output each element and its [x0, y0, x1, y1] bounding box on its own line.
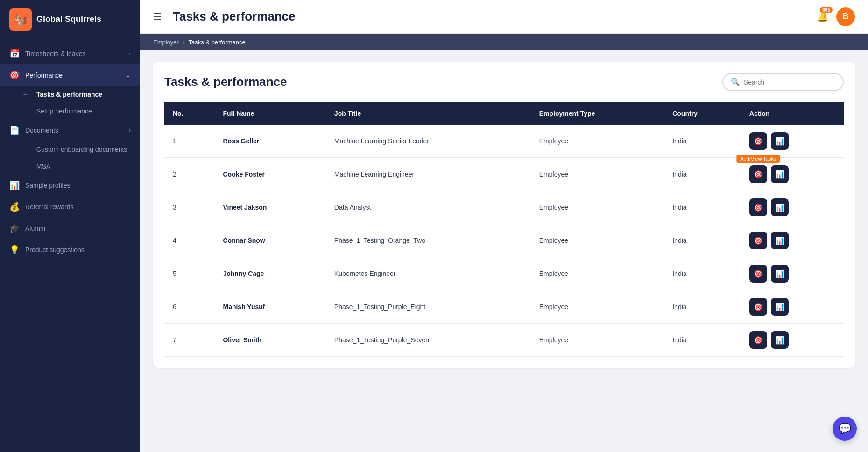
cell-actions: 🎯 Add/View Tasks 📊 [741, 125, 844, 158]
action-buttons-group: 🎯 📊 [749, 265, 835, 282]
sidebar-item-sample-profiles[interactable]: 📊 Sample profiles [0, 175, 140, 196]
performance-table: No. Full Name Job Title Employment Type … [164, 102, 844, 357]
view-performance-button[interactable]: 📊 [771, 232, 789, 249]
sidebar-subitem-label: MSA [36, 162, 50, 170]
table-row: 6 Manish Yusuf Phase_1_Testing_Purple_Ei… [164, 290, 844, 324]
cell-name: Connar Snow [214, 224, 325, 257]
hamburger-button[interactable]: ☰ [153, 11, 162, 22]
table-row: 4 Connar Snow Phase_1_Testing_Orange_Two… [164, 224, 844, 257]
sidebar-subitem-label: Setup performance [36, 107, 92, 115]
chevron-right-icon: › [129, 127, 131, 134]
view-performance-button[interactable]: 📊 [771, 331, 789, 349]
sidebar-item-performance[interactable]: 🎯 Performance ⌄ [0, 64, 140, 86]
table-body: 1 Ross Geller Machine Learning Senior Le… [164, 125, 844, 357]
action-buttons-group: 🎯 📊 [749, 232, 835, 249]
breadcrumb-employer[interactable]: Employer [153, 39, 179, 46]
cell-name: Johnny Cage [214, 257, 325, 290]
sidebar-subitem-custom-onboarding[interactable]: – Custom onboarding documents [0, 141, 140, 158]
add-view-tasks-button[interactable]: 🎯 Add/View Tasks [749, 132, 767, 150]
cell-country: India [664, 324, 741, 357]
table-header: No. Full Name Job Title Employment Type … [164, 102, 844, 125]
search-icon: 🔍 [731, 78, 740, 86]
alumni-icon: 🎓 [9, 223, 20, 233]
cell-name: Ross Geller [214, 125, 325, 158]
target-icon: 🎯 [754, 303, 763, 311]
cell-country: India [664, 191, 741, 224]
sidebar-logo[interactable]: 🐿️ Global Squirrels [0, 0, 140, 39]
sidebar-subitem-setup-performance[interactable]: – Setup performance [0, 103, 140, 120]
cell-job-title: Machine Learning Senior Leader [326, 125, 531, 158]
notification-count-badge: 665 [820, 7, 833, 13]
sidebar-subitem-msa[interactable]: – MSA [0, 158, 140, 175]
content-card: Tasks & performance 🔍 No. Full Name Job … [153, 62, 855, 368]
search-input[interactable] [744, 78, 835, 86]
sample-profiles-icon: 📊 [9, 180, 20, 191]
user-avatar-button[interactable]: B [836, 7, 855, 26]
cell-name: Cooke Foster [214, 158, 325, 191]
cell-no: 4 [164, 224, 214, 257]
cell-employment-type: Employee [531, 125, 664, 158]
col-no: No. [164, 102, 214, 125]
cell-job-title: Kubernetes Engineer [326, 257, 531, 290]
chart-icon: 📊 [775, 137, 784, 146]
performance-icon: 🎯 [9, 70, 20, 80]
cell-job-title: Phase_1_Testing_Purple_Seven [326, 324, 531, 357]
breadcrumb-current: Tasks & performance [189, 39, 246, 46]
cell-actions: 🎯 📊 [741, 290, 844, 324]
sidebar-item-label: Referral rewards [25, 203, 73, 211]
table-row: 1 Ross Geller Machine Learning Senior Le… [164, 125, 844, 158]
cell-name: Oliver Smith [214, 324, 325, 357]
notification-bell-button[interactable]: 🔔 665 [816, 11, 829, 23]
referral-icon: 💰 [9, 202, 20, 212]
view-performance-button[interactable]: 📊 [771, 132, 789, 150]
chat-icon: 💬 [839, 423, 851, 435]
cell-employment-type: Employee [531, 224, 664, 257]
sidebar-item-alumni[interactable]: 🎓 Alumni [0, 218, 140, 239]
col-jobtitle: Job Title [326, 102, 531, 125]
sidebar-item-label: Documents [25, 127, 58, 134]
sidebar-item-referral-rewards[interactable]: 💰 Referral rewards [0, 196, 140, 218]
sidebar-item-label: Sample profiles [25, 182, 71, 189]
add-view-tasks-button[interactable]: 🎯 [749, 198, 767, 216]
add-view-tasks-button[interactable]: 🎯 [749, 298, 767, 316]
view-performance-button[interactable]: 📊 [771, 265, 789, 282]
main-area: ☰ Tasks & performance 🔔 665 B Employer ›… [140, 0, 868, 452]
action-buttons-group: 🎯 📊 [749, 165, 835, 183]
topbar: ☰ Tasks & performance 🔔 665 B [140, 0, 868, 34]
sidebar-item-product-suggestions[interactable]: 💡 Product suggestions [0, 239, 140, 261]
table-container: No. Full Name Job Title Employment Type … [164, 102, 844, 357]
sidebar-item-timesheets[interactable]: 📅 Timesheets & leaves › [0, 43, 140, 64]
sidebar-item-documents[interactable]: 📄 Documents › [0, 120, 140, 141]
documents-icon: 📄 [9, 125, 20, 135]
target-icon: 🎯 [754, 137, 763, 146]
add-view-tasks-button[interactable]: 🎯 [749, 265, 767, 282]
dash-icon: – [23, 91, 27, 98]
sidebar-subitem-tasks-performance[interactable]: – Tasks & performance [0, 86, 140, 103]
col-country: Country [664, 102, 741, 125]
chart-icon: 📊 [775, 269, 784, 278]
action-buttons-group: 🎯 📊 [749, 198, 835, 216]
sidebar-item-label: Product suggestions [25, 246, 85, 254]
action-tooltip: Add/View Tasks [736, 155, 780, 163]
sidebar-navigation: 📅 Timesheets & leaves › 🎯 Performance ⌄ … [0, 39, 140, 452]
add-view-tasks-button[interactable]: 🎯 [749, 232, 767, 249]
cell-no: 5 [164, 257, 214, 290]
action-buttons-group: 🎯 📊 [749, 331, 835, 349]
col-fullname: Full Name [214, 102, 325, 125]
chevron-down-icon: ⌄ [126, 72, 131, 78]
view-performance-button[interactable]: 📊 [771, 165, 789, 183]
view-performance-button[interactable]: 📊 [771, 198, 789, 216]
table-row: 5 Johnny Cage Kubernetes Engineer Employ… [164, 257, 844, 290]
search-box[interactable]: 🔍 [722, 73, 844, 91]
sidebar-item-label: Timesheets & leaves [25, 50, 85, 57]
cell-actions: 🎯 📊 [741, 191, 844, 224]
cell-name: Vineet Jakson [214, 191, 325, 224]
add-view-tasks-button[interactable]: 🎯 [749, 331, 767, 349]
view-performance-button[interactable]: 📊 [771, 298, 789, 316]
action-buttons-group: 🎯 📊 [749, 298, 835, 316]
cell-job-title: Phase_1_Testing_Purple_Eight [326, 290, 531, 324]
add-view-tasks-button[interactable]: 🎯 [749, 165, 767, 183]
breadcrumb-separator: › [183, 38, 185, 46]
content-header: Tasks & performance 🔍 [164, 73, 844, 91]
chat-bubble-button[interactable]: 💬 [833, 417, 857, 441]
